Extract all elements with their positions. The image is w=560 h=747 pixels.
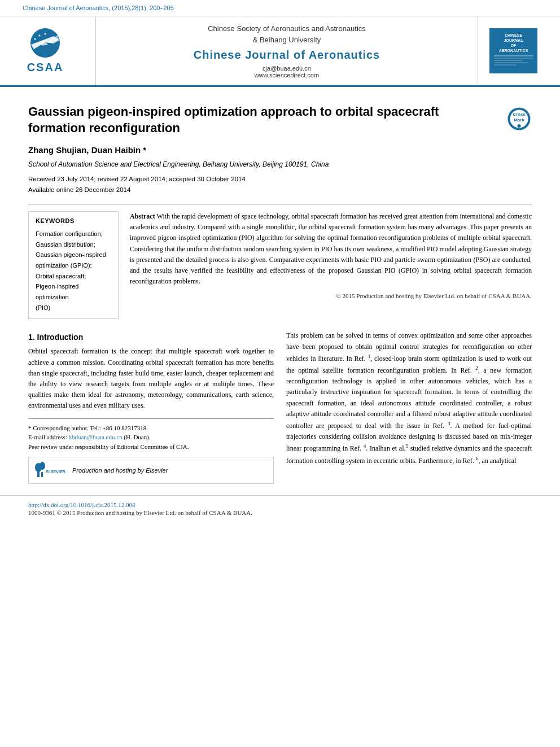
keywords-list: Formation configuration; Gaussian distri… bbox=[36, 229, 111, 313]
right-column: This problem can be solved in terms of c… bbox=[286, 330, 532, 484]
cover-decoration bbox=[494, 55, 533, 69]
svg-point-5 bbox=[39, 35, 41, 37]
footnote-email: E-mail address: hbduan@buaa.edu.cn (H. D… bbox=[28, 433, 274, 442]
elsevier-text: Production and hosting by Elsevier bbox=[72, 467, 168, 474]
crossmark-badge[interactable]: Cross Mark bbox=[506, 106, 532, 132]
footnote-corresponding: * Corresponding author. Tel.: +86 10 823… bbox=[28, 423, 274, 433]
keyword-1: Formation configuration; bbox=[36, 230, 103, 237]
keyword-5: Orbital spacecraft; bbox=[36, 273, 86, 279]
journal-cover-section: CHINESE JOURNAL OF AERONAUTICS bbox=[478, 16, 537, 85]
svg-point-6 bbox=[45, 33, 46, 35]
csaa-plane-icon bbox=[23, 28, 68, 59]
svg-rect-8 bbox=[494, 58, 533, 59]
left-column: 1. Introduction Orbital spacecraft forma… bbox=[28, 330, 274, 484]
journal-contact: cja@buaa.edu.cn www.sciencedirect.com bbox=[255, 65, 319, 78]
elsevier-box: ELSEVIER Production and hosting by Elsev… bbox=[28, 457, 274, 484]
abstract-copyright: © 2015 Production and hosting by Elsevie… bbox=[130, 291, 532, 302]
intro-text-left: Orbital spacecraft formation is the conc… bbox=[28, 346, 274, 411]
csaa-acronym: CSAA bbox=[27, 61, 64, 74]
csaa-logo: CSAA bbox=[23, 28, 68, 74]
bottom-copyright: 1000-9361 © 2015 Production and hosting … bbox=[28, 509, 532, 516]
elsevier-logo-icon: ELSEVIER bbox=[34, 462, 65, 479]
main-content: Gaussian pigeon-inspired optimization ap… bbox=[0, 87, 560, 495]
cover-title: CHINESE JOURNAL OF AERONAUTICS bbox=[499, 33, 528, 53]
csaa-logo-section: CSAA bbox=[23, 16, 96, 85]
svg-text:Cross: Cross bbox=[513, 112, 526, 117]
doi-link-line: http://dx.doi.org/10.1016/j.cja.2015.12.… bbox=[28, 501, 532, 508]
footnotes: * Corresponding author. Tel.: +86 10 823… bbox=[28, 418, 274, 452]
svg-point-20 bbox=[40, 462, 45, 470]
abstract-label: Abstract bbox=[130, 212, 155, 220]
journal-email[interactable]: cja@buaa.edu.cn bbox=[262, 65, 311, 72]
intro-text-right: This problem can be solved in terms of c… bbox=[286, 330, 532, 466]
svg-point-16 bbox=[518, 124, 521, 128]
keywords-box: KEYWORDS Formation configuration; Gaussi… bbox=[28, 211, 119, 320]
article-authors: Zhang Shujian, Duan Haibin * bbox=[28, 145, 532, 155]
svg-rect-7 bbox=[494, 55, 533, 56]
footnote-email-link[interactable]: hbduan@buaa.edu.cn bbox=[68, 434, 122, 440]
keyword-6: Pigeon-inspired optimization bbox=[36, 283, 78, 300]
keyword-3: Gaussian pigeon-inspired bbox=[36, 251, 106, 258]
header-center: Chinese Society of Aeronautics and Astro… bbox=[96, 16, 478, 85]
bottom-links: http://dx.doi.org/10.1016/j.cja.2015.12.… bbox=[0, 495, 560, 522]
journal-website[interactable]: www.sciencedirect.com bbox=[255, 72, 319, 78]
journal-cover-image: CHINESE JOURNAL OF AERONAUTICS bbox=[489, 28, 537, 73]
intro-heading: 1. Introduction bbox=[28, 333, 274, 342]
abstract-paragraph: Abstract With the rapid development of s… bbox=[130, 211, 532, 287]
svg-text:Mark: Mark bbox=[514, 117, 524, 123]
keyword-2: Gaussian distribution; bbox=[36, 241, 95, 248]
footnote-peer-review: Peer review under responsibility of Edit… bbox=[28, 442, 274, 452]
svg-rect-11 bbox=[494, 64, 517, 65]
organization-name: Chinese Society of Aeronautics and Astro… bbox=[208, 23, 366, 45]
svg-rect-9 bbox=[494, 60, 522, 61]
top-bar: Chinese Journal of Aeronautics, (2015),2… bbox=[0, 0, 560, 16]
doi-link[interactable]: http://dx.doi.org/10.1016/j.cja.2015.12.… bbox=[28, 501, 135, 508]
article-title: Gaussian pigeon-inspired optimization ap… bbox=[28, 104, 495, 136]
abstract-text: Abstract With the rapid development of s… bbox=[130, 211, 532, 320]
svg-rect-10 bbox=[494, 62, 528, 63]
body-content: 1. Introduction Orbital spacecraft forma… bbox=[28, 330, 532, 484]
abstract-section: KEYWORDS Formation configuration; Gaussi… bbox=[28, 204, 532, 320]
journal-title-header: Chinese Journal of Aeronautics bbox=[194, 49, 380, 62]
journal-header: CSAA Chinese Society of Aeronautics and … bbox=[0, 16, 560, 87]
journal-citation-link[interactable]: Chinese Journal of Aeronautics, (2015),2… bbox=[23, 5, 174, 11]
article-dates: Received 23 July 2014; revised 22 August… bbox=[28, 174, 532, 195]
keyword-4: optimization (GPIO); bbox=[36, 262, 92, 269]
article-title-section: Gaussian pigeon-inspired optimization ap… bbox=[28, 104, 532, 136]
svg-text:ELSEVIER: ELSEVIER bbox=[46, 470, 65, 474]
keyword-7: (PIO) bbox=[36, 304, 50, 311]
keywords-title: KEYWORDS bbox=[36, 217, 111, 224]
svg-point-4 bbox=[34, 38, 36, 40]
article-affiliation: School of Automation Science and Electri… bbox=[28, 160, 532, 168]
svg-rect-21 bbox=[41, 472, 43, 477]
